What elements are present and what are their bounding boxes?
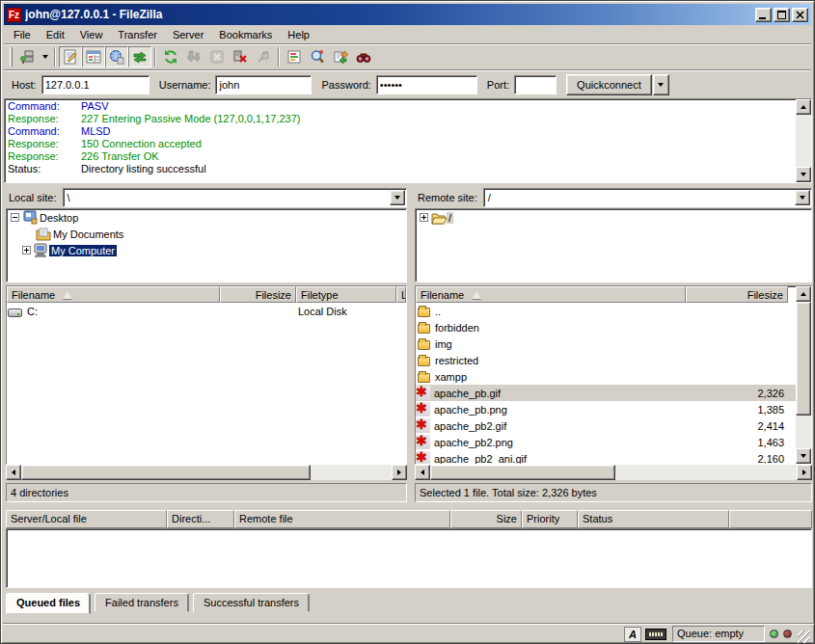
queue-column-status[interactable]: Status <box>578 510 729 528</box>
combo-dropdown-button[interactable] <box>390 190 405 205</box>
queue-column-direction[interactable]: Directi... <box>167 510 234 528</box>
menu-transfer[interactable]: Transfer <box>110 27 165 42</box>
desktop-icon <box>22 210 38 226</box>
file-row[interactable]: C: Local Disk <box>7 303 406 319</box>
username-input[interactable] <box>215 75 312 94</box>
menu-edit[interactable]: Edit <box>39 27 72 42</box>
tree-item-my-computer[interactable]: My Computer <box>7 242 406 258</box>
scroll-up-button[interactable] <box>796 99 811 115</box>
file-row-selected[interactable]: apache_pb.gif2,326 <box>416 385 796 401</box>
directory-comparison-button[interactable] <box>306 46 329 67</box>
tab-queued-files[interactable]: Queued files <box>6 593 91 614</box>
column-header-last-modified[interactable]: L <box>396 286 406 303</box>
toggle-message-log-button[interactable] <box>59 46 82 67</box>
menu-bookmarks[interactable]: Bookmarks <box>211 27 280 42</box>
column-header-filesize[interactable]: Filesize <box>220 286 296 303</box>
column-header-filename[interactable]: Filename <box>416 286 686 303</box>
scroll-down-button[interactable] <box>796 448 811 464</box>
tab-successful-transfers[interactable]: Successful transfers <box>193 593 310 612</box>
site-manager-dropdown-button[interactable] <box>39 46 51 67</box>
scrollbar-thumb[interactable] <box>796 302 811 416</box>
tree-item-root[interactable]: / <box>416 209 811 226</box>
close-icon <box>796 11 804 19</box>
reconnect-button[interactable] <box>252 46 275 67</box>
toggle-remote-tree-button[interactable] <box>105 46 128 67</box>
process-queue-button[interactable] <box>182 46 205 67</box>
cancel-button[interactable] <box>205 46 229 67</box>
file-row[interactable]: apache_pb2.png1,463 <box>416 434 796 450</box>
file-row[interactable]: apache_pb2.gif2,414 <box>416 417 796 434</box>
tab-failed-transfers[interactable]: Failed transfers <box>95 593 189 612</box>
column-header-filename[interactable]: Filename <box>7 286 220 303</box>
port-input[interactable] <box>514 75 557 94</box>
column-header-filesize[interactable]: Filesize <box>686 286 788 303</box>
remote-site-combobox[interactable]: / <box>483 188 812 207</box>
scrollbar-thumb[interactable] <box>21 465 311 480</box>
menu-help[interactable]: Help <box>280 27 317 42</box>
scroll-right-button[interactable] <box>797 465 812 480</box>
maximize-button[interactable] <box>774 8 790 22</box>
find-files-button[interactable] <box>352 46 375 67</box>
toggle-local-tree-button[interactable] <box>82 46 105 67</box>
resize-grip[interactable] <box>798 631 810 643</box>
speed-limits-icon[interactable] <box>645 629 666 640</box>
my-computer-icon <box>34 243 49 258</box>
scroll-left-button[interactable] <box>415 465 430 480</box>
local-site-combobox[interactable]: \ <box>63 188 407 207</box>
password-input[interactable] <box>376 75 477 94</box>
expand-icon[interactable] <box>22 246 31 255</box>
tree-item-my-documents[interactable]: My Documents <box>7 226 406 242</box>
tree-item-desktop[interactable]: Desktop <box>7 209 406 226</box>
filezilla-window: Fz john@127.0.0.1 - FileZilla File Edit … <box>0 0 815 644</box>
app-icon[interactable]: Fz <box>7 8 21 22</box>
collapse-icon[interactable] <box>11 213 19 222</box>
file-row[interactable]: forbidden <box>416 319 796 335</box>
data-type-indicator-icon[interactable]: A <box>624 627 641 642</box>
file-row[interactable]: .. <box>416 303 796 319</box>
scrollbar-thumb[interactable] <box>430 465 615 480</box>
close-button[interactable] <box>792 8 808 22</box>
scroll-right-button[interactable] <box>392 465 407 480</box>
local-horizontal-scrollbar[interactable] <box>6 465 407 480</box>
menu-server[interactable]: Server <box>165 27 211 42</box>
quickconnect-button[interactable]: Quickconnect <box>566 74 652 95</box>
local-site-row: Local site: \ <box>6 187 407 207</box>
queue-column-local-file[interactable]: Server/Local file <box>6 510 167 528</box>
remote-horizontal-scrollbar[interactable] <box>415 465 812 480</box>
file-row[interactable]: xampp <box>416 368 796 385</box>
minimize-button[interactable] <box>755 8 772 22</box>
refresh-button[interactable] <box>159 46 182 67</box>
host-input[interactable] <box>41 75 149 94</box>
scroll-left-icon <box>421 470 424 475</box>
scroll-down-button[interactable] <box>796 167 811 182</box>
queue-status-text: Queue: empty <box>672 626 765 642</box>
scroll-up-button[interactable] <box>796 286 811 302</box>
queue-list-body[interactable] <box>6 528 812 588</box>
file-row[interactable]: restricted <box>416 352 796 368</box>
menu-file[interactable]: File <box>6 27 39 42</box>
expand-icon[interactable] <box>420 213 428 222</box>
file-row[interactable]: apache_pb.png1,385 <box>416 401 796 417</box>
dropdown-arrow-icon <box>42 55 48 59</box>
queue-column-priority[interactable]: Priority <box>522 510 578 528</box>
remote-vertical-scrollbar[interactable] <box>796 286 811 464</box>
site-manager-button[interactable] <box>15 46 39 67</box>
scroll-left-button[interactable] <box>6 465 21 480</box>
queue-column-size[interactable]: Size <box>450 510 522 528</box>
image-file-icon <box>416 451 430 464</box>
disconnect-button[interactable] <box>229 46 252 67</box>
synchronized-browsing-button[interactable] <box>329 46 352 67</box>
menu-view[interactable]: View <box>72 27 111 42</box>
local-file-list-body: C: Local Disk <box>7 303 406 464</box>
queue-column-remote-file[interactable]: Remote file <box>234 510 450 528</box>
combo-dropdown-button[interactable] <box>795 190 810 205</box>
column-header-filetype[interactable]: Filetype <box>296 286 396 303</box>
toolbar-gripper[interactable] <box>10 47 13 67</box>
file-row[interactable]: apache_pb2_ani.gif2,160 <box>416 450 796 464</box>
log-scrollbar[interactable] <box>796 99 811 182</box>
quickconnect-dropdown-button[interactable] <box>653 74 669 95</box>
filters-button[interactable] <box>283 46 306 67</box>
remote-site-value: / <box>488 192 811 203</box>
toggle-transfer-queue-button[interactable] <box>128 46 151 67</box>
file-row[interactable]: img <box>416 335 796 352</box>
